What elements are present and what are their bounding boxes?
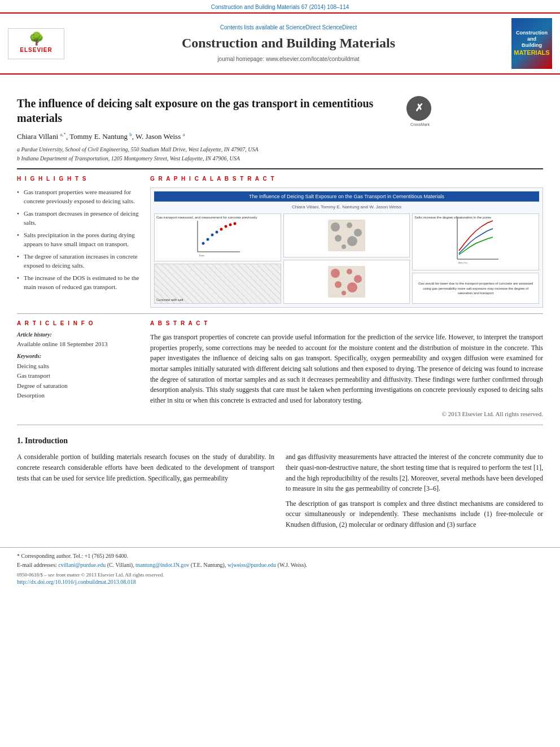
intro-title: Introduction — [25, 436, 68, 445]
svg-point-13 — [347, 222, 352, 228]
ga-concrete-panel: Concrete with salt — [154, 264, 281, 304]
elsevier-tree-icon: 🌳 — [29, 33, 44, 45]
crossmark-label: CrossMark — [406, 122, 434, 128]
ga-concrete-label: Concrete with salt — [156, 298, 183, 302]
divider-1 — [17, 168, 543, 169]
affiliation-a: a Purdue University, School of Civil Eng… — [17, 146, 543, 154]
svg-text:Time: Time — [199, 254, 205, 257]
list-item: Gas transport decreases in presence of d… — [17, 209, 141, 228]
svg-point-23 — [347, 282, 357, 292]
elsevier-logo: 🌳 ELSEVIER — [8, 28, 64, 59]
journal-header: 🌳 ELSEVIER Contents lists available at S… — [0, 12, 560, 75]
introduction-section: 1. Introduction A considerable portion o… — [17, 435, 543, 530]
authors-line: Chiara Villani a,*, Tommy E. Nantung b, … — [17, 131, 543, 142]
abstract-text: The gas transport properties of concrete… — [150, 332, 543, 405]
journal-homepage: journal homepage: www.elsevier.com/locat… — [70, 55, 507, 63]
ga-pore-salt-svg — [327, 265, 366, 299]
svg-point-15 — [335, 235, 342, 242]
intro-text-right: and gas diffusivity measurements have at… — [286, 452, 543, 493]
keywords-list: Deicing salts Gas transport Degree of sa… — [17, 361, 141, 401]
crossmark-icon: ✗ — [406, 96, 431, 121]
list-item: Salts precipitation in the pores during … — [17, 230, 141, 249]
email-villani-link[interactable]: cvillani@purdue.edu — [58, 562, 106, 568]
intro-text-right-2: The description of gas transport is comp… — [286, 499, 543, 530]
abstract-heading: A B S T R A C T — [150, 320, 543, 327]
sciencedirect-link-text[interactable]: ScienceDirect — [322, 24, 357, 30]
history-label: Article history: — [17, 331, 141, 339]
copyright-line: © 2013 Elsevier Ltd. All rights reserved… — [150, 410, 543, 418]
abstract-section: A B S T R A C T The gas transport proper… — [150, 320, 543, 419]
available-online-text: Available online 18 September 2013 — [17, 340, 107, 347]
svg-point-5 — [216, 230, 218, 233]
graphical-abstract-box: The Influence of Deicing Salt Exposure o… — [150, 187, 543, 308]
email-weiss-name: (W.J. Weiss). — [278, 562, 308, 568]
svg-point-4 — [211, 233, 214, 236]
divider-3 — [17, 425, 543, 425]
cbm-logo-area: ConstructionandBuilding MATERIALS — [507, 18, 552, 69]
cbm-logo-materials: MATERIALS — [514, 49, 549, 57]
svg-point-16 — [347, 236, 357, 246]
top-citation: Construction and Building Materials 67 (… — [0, 0, 560, 12]
ga-authors: Chiara Villani, Tommy E. Nantung and W. … — [154, 204, 539, 210]
svg-text:RH (%): RH (%) — [458, 261, 467, 264]
svg-point-6 — [220, 228, 223, 230]
svg-point-7 — [225, 225, 228, 228]
ga-chart-panel: Gas transport measured, and measurement … — [154, 213, 281, 261]
keyword-item: Degree of saturation — [17, 381, 141, 391]
svg-point-2 — [202, 242, 205, 244]
ga-caption-panel: Gas would be lower due to the transport … — [412, 273, 539, 304]
elsevier-name: ELSEVIER — [20, 46, 52, 54]
journal-header-center: Contents lists available at ScienceDirec… — [70, 24, 507, 63]
graphical-abstract-section: G R A P H I C A L A B S T R A C T The In… — [150, 175, 543, 308]
intro-two-col: A considerable portion of building mater… — [17, 452, 543, 530]
svg-point-17 — [342, 244, 346, 249]
svg-point-20 — [347, 269, 352, 274]
intro-col-right: and gas diffusivity measurements have at… — [286, 452, 543, 530]
svg-point-3 — [207, 238, 209, 241]
corresponding-author: * Corresponding author. Tel.: +1 (765) 2… — [17, 552, 543, 560]
svg-point-19 — [331, 269, 340, 278]
email-weiss-link[interactable]: wjweiss@purdue.edu — [228, 562, 276, 568]
ga-pore-svg — [327, 219, 366, 252]
svg-point-24 — [342, 291, 346, 295]
elsevier-logo-area: 🌳 ELSEVIER — [8, 28, 70, 59]
page-footer: * Corresponding author. Tel.: +1 (765) 2… — [0, 547, 560, 591]
keyword-item: Desorption — [17, 391, 141, 401]
footer-issn: 0950-0618/$ – see front matter © 2013 El… — [17, 571, 543, 579]
journal-title: Construction and Building Materials — [70, 34, 507, 53]
ga-mid-bottom — [283, 260, 410, 304]
list-item: The degree of saturation increases in co… — [17, 252, 141, 270]
ga-chart-svg: Time — [192, 218, 243, 257]
svg-point-21 — [354, 275, 362, 283]
ga-content: Gas transport measured, and measurement … — [154, 213, 539, 304]
ga-sat-svg: RH (%) — [450, 214, 501, 270]
divider-2 — [17, 313, 543, 314]
highlights-heading: H I G H L I G H T S — [17, 175, 141, 183]
article-info-heading: A R T I C L E I N F O — [17, 320, 141, 327]
ga-col-mid — [283, 213, 410, 304]
svg-point-12 — [331, 222, 340, 231]
svg-point-14 — [354, 229, 362, 237]
keyword-item: Gas transport — [17, 371, 141, 381]
graphical-abstract-heading: G R A P H I C A L A B S T R A C T — [150, 175, 543, 183]
article-title: The influence of deicing salt exposure o… — [17, 96, 401, 125]
intro-number: 1. — [17, 436, 23, 445]
list-item: The increase of the DOS is estimated to … — [17, 273, 141, 292]
highlights-graphical-row: H I G H L I G H T S Gas transport proper… — [17, 175, 543, 308]
footer-doi[interactable]: http://dx.doi.org/10.1016/j.conbuildmat.… — [17, 578, 543, 586]
ga-caption-text: Gas would be lower due to the transport … — [413, 279, 539, 298]
highlights-section: H I G H L I G H T S Gas transport proper… — [17, 175, 141, 308]
email-villani-name: (C. Villani), — [107, 562, 134, 568]
intro-col-left: A considerable portion of building mater… — [17, 452, 274, 530]
keywords-label: Keywords: — [17, 352, 141, 360]
email-nantung-link[interactable]: tnantung@indot.IN.gov — [135, 562, 189, 568]
email-addresses: E-mail addresses: cvillani@purdue.edu (C… — [17, 561, 543, 569]
intro-heading: 1. Introduction — [17, 435, 543, 447]
svg-point-9 — [234, 222, 237, 225]
ga-col-right: Salts increase the degree of saturation … — [412, 213, 539, 304]
affiliation-b: b Indiana Department of Transportation, … — [17, 155, 543, 163]
ga-col-left: Gas transport measured, and measurement … — [154, 213, 281, 304]
svg-point-8 — [229, 223, 232, 226]
list-item: Gas transport properties were measured f… — [17, 187, 141, 206]
intro-text-left: A considerable portion of building mater… — [17, 452, 274, 483]
